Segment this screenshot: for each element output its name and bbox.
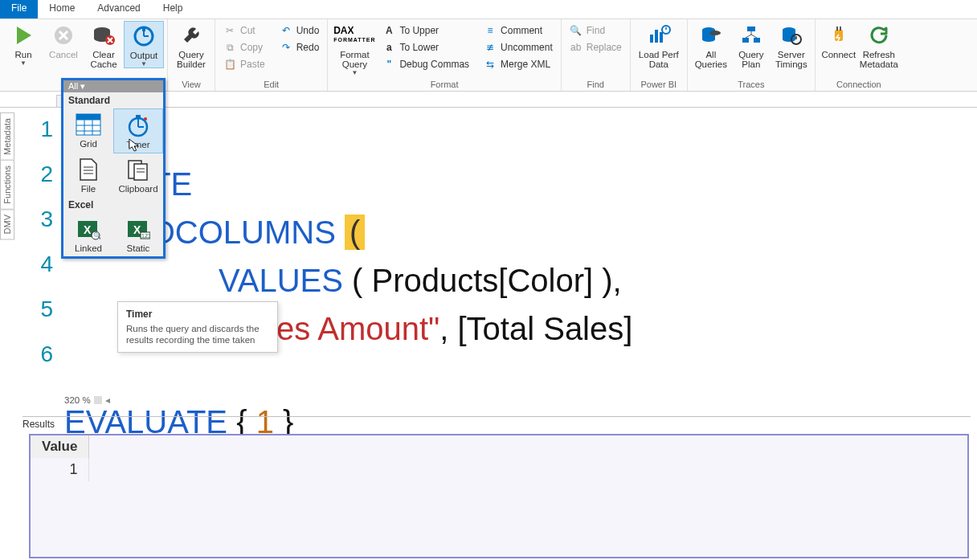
group-label-format: Format xyxy=(331,79,557,91)
gutter: 123456 xyxy=(32,116,53,386)
paste-icon: 📋 xyxy=(223,58,236,71)
output-icon xyxy=(131,23,157,49)
svg-text:🔍: 🔍 xyxy=(93,231,100,239)
find-button[interactable]: 🔍Find xyxy=(565,22,627,39)
results-label: Results xyxy=(22,416,971,431)
file-icon xyxy=(75,157,102,182)
comment-button[interactable]: ≡Comment xyxy=(479,22,558,39)
clipboard-icon xyxy=(125,157,152,182)
svg-rect-12 xyxy=(650,35,653,43)
find-icon: 🔍 xyxy=(570,24,583,37)
side-tab-dmv[interactable]: DMV xyxy=(0,209,14,239)
refresh-metadata-button[interactable]: Refresh Metadata xyxy=(859,21,899,69)
side-tab-metadata[interactable]: Metadata xyxy=(0,112,14,161)
menu-help[interactable]: Help xyxy=(152,0,194,18)
code-content: UATE ADDCOLUMNS ( VALUES ( Products[Colo… xyxy=(64,116,971,448)
svg-line-23 xyxy=(746,35,751,38)
query-plan-button[interactable]: Query Plan xyxy=(731,21,771,69)
output-option-file[interactable]: File xyxy=(63,153,113,197)
server-timings-button[interactable]: Server Timings xyxy=(771,21,811,69)
play-icon xyxy=(10,22,36,48)
undo-button[interactable]: ↶Undo xyxy=(275,22,325,39)
group-label-connection: Connection xyxy=(819,79,899,91)
svg-point-18 xyxy=(709,31,721,35)
clear-cache-icon xyxy=(91,22,117,48)
format-query-button[interactable]: DAXFORMATTER Format Query▼ xyxy=(331,21,378,76)
db-stack-icon xyxy=(698,22,724,48)
output-option-static[interactable]: X123 Static xyxy=(113,213,163,256)
output-option-clipboard[interactable]: Clipboard xyxy=(113,153,163,197)
plug-icon xyxy=(826,22,852,48)
query-builder-button[interactable]: Query Builder xyxy=(171,21,211,69)
lower-icon: a xyxy=(382,41,395,54)
replace-button[interactable]: abReplace xyxy=(565,39,627,55)
excel-static-icon: X123 xyxy=(125,216,152,242)
clear-cache-button[interactable]: Clear Cache xyxy=(84,21,124,69)
svg-rect-21 xyxy=(754,38,760,43)
svg-point-42 xyxy=(144,117,147,121)
menu-advanced[interactable]: Advanced xyxy=(86,0,151,18)
excel-linked-icon: X🔍 xyxy=(75,216,102,242)
redo-icon: ↷ xyxy=(280,41,292,54)
tooltip-body: Runs the query and discards the results … xyxy=(126,323,269,345)
replace-icon: ab xyxy=(570,41,583,54)
menu-home[interactable]: Home xyxy=(38,0,86,18)
results-header[interactable]: Value xyxy=(31,435,89,458)
group-label-powerbi: Power BI xyxy=(634,79,684,91)
to-lower-button[interactable]: aTo Lower xyxy=(378,39,474,55)
merge-xml-button[interactable]: ⇆Merge XML xyxy=(479,56,558,72)
svg-rect-13 xyxy=(655,30,658,43)
zoom-indicator[interactable]: 320 %◂ xyxy=(64,394,110,406)
wrench-icon xyxy=(178,22,204,48)
cancel-button[interactable]: Cancel xyxy=(43,21,84,59)
output-dropdown-panel: All ▾ Standard Grid Timer File Clipboard… xyxy=(61,78,166,259)
output-section-standard: Standard xyxy=(63,92,163,108)
svg-line-24 xyxy=(751,35,757,38)
run-button[interactable]: Run▼ xyxy=(3,21,43,67)
svg-rect-29 xyxy=(836,27,838,31)
output-option-grid[interactable]: Grid xyxy=(63,108,113,153)
load-perf-data-button[interactable]: Load Perf Data xyxy=(634,21,684,69)
debug-commas-button[interactable]: "Debug Commas xyxy=(378,56,474,72)
cut-button[interactable]: ✂Cut xyxy=(219,22,270,39)
connect-button[interactable]: Connect xyxy=(819,21,859,59)
timer-icon xyxy=(125,112,152,138)
svg-text:123: 123 xyxy=(141,233,150,239)
paste-button[interactable]: 📋Paste xyxy=(219,56,270,72)
menu-file[interactable]: File xyxy=(0,0,38,18)
uncomment-button[interactable]: ≢Uncomment xyxy=(479,39,558,55)
svg-rect-14 xyxy=(660,32,663,43)
undo-icon: ↶ xyxy=(280,24,292,37)
side-tab-functions[interactable]: Functions xyxy=(0,160,14,210)
refresh-icon xyxy=(866,22,892,48)
svg-rect-19 xyxy=(747,27,755,31)
comma-icon: " xyxy=(382,58,395,71)
svg-rect-37 xyxy=(76,114,100,120)
copy-button[interactable]: ⧉Copy xyxy=(219,39,270,55)
comment-icon: ≡ xyxy=(484,24,497,37)
to-upper-button[interactable]: ATo Upper xyxy=(378,22,474,39)
output-dropdown-header[interactable]: All ▾ xyxy=(63,80,163,92)
merge-icon: ⇆ xyxy=(484,58,497,71)
cut-icon: ✂ xyxy=(223,24,236,37)
svg-marker-0 xyxy=(17,27,31,44)
all-queries-button[interactable]: All Queries xyxy=(691,21,731,69)
copy-icon: ⧉ xyxy=(223,41,236,54)
results-cell[interactable]: 1 xyxy=(31,458,89,481)
side-tabs: Metadata Functions DMV xyxy=(0,112,16,239)
results-grid[interactable]: Value 1 xyxy=(29,434,969,558)
group-label-traces: Traces xyxy=(691,79,811,91)
redo-button[interactable]: ↷Redo xyxy=(275,39,325,55)
mouse-cursor xyxy=(129,138,140,153)
dax-formatter-icon: DAXFORMATTER xyxy=(341,22,367,48)
output-button[interactable]: Output▼ xyxy=(124,21,164,68)
svg-rect-30 xyxy=(840,27,841,31)
output-section-excel: Excel xyxy=(63,197,163,213)
upper-icon: A xyxy=(382,24,395,37)
group-label-edit: Edit xyxy=(219,79,324,91)
tooltip-title: Timer xyxy=(126,309,269,320)
perf-icon xyxy=(646,22,672,48)
output-option-linked[interactable]: X🔍 Linked xyxy=(63,213,113,256)
svg-text:X: X xyxy=(84,223,92,236)
code-editor[interactable]: 123456 UATE ADDCOLUMNS ( VALUES ( Produc… xyxy=(32,108,971,406)
